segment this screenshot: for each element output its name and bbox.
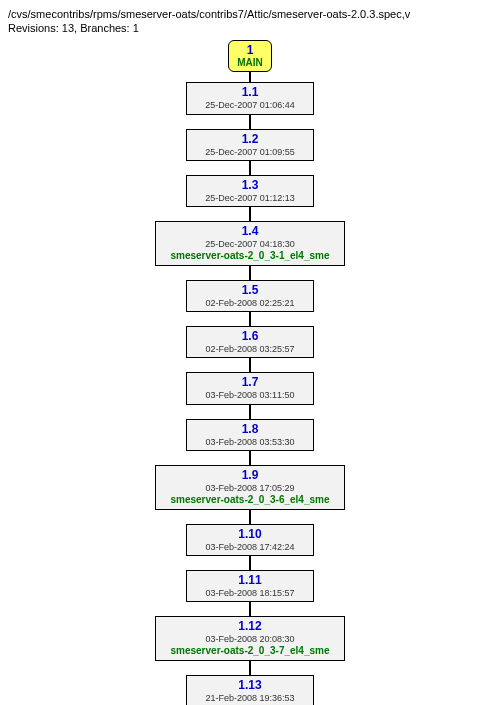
revision-version: 1.3 [195,178,305,193]
revision-version: 1.8 [195,422,305,437]
revision-version: 1.2 [195,132,305,147]
revision-node[interactable]: 1.12 03-Feb-2008 20:08:30 smeserver-oats… [155,616,345,661]
revision-version: 1.5 [195,283,305,298]
revision-version: 1.4 [164,224,336,239]
revision-version: 1.9 [164,468,336,483]
revision-tree: 1 MAIN 1.1 25-Dec-2007 01:06:44 1.2 25-D… [8,40,492,705]
branch-number: 1 [237,43,263,57]
connector [249,358,250,372]
revision-tag: smeserver-oats-2_0_3-1_el4_sme [164,250,336,263]
connector [249,161,250,175]
revision-version: 1.10 [195,527,305,542]
revision-timestamp: 03-Feb-2008 18:15:57 [195,588,305,599]
connector [249,266,250,280]
revision-node[interactable]: 1.13 21-Feb-2008 19:36:53 HEAD [186,675,314,705]
connector [249,661,250,675]
revision-node[interactable]: 1.7 03-Feb-2008 03:11:50 [186,372,314,404]
revision-timestamp: 25-Dec-2007 01:06:44 [195,100,305,111]
revision-timestamp: 03-Feb-2008 20:08:30 [164,634,336,645]
connector [249,405,250,419]
revision-timestamp: 25-Dec-2007 01:09:55 [195,147,305,158]
connector [249,72,250,82]
revision-timestamp: 25-Dec-2007 01:12:13 [195,193,305,204]
revision-node[interactable]: 1.10 03-Feb-2008 17:42:24 [186,524,314,556]
revision-tag: smeserver-oats-2_0_3-7_el4_sme [164,645,336,658]
file-path: /cvs/smecontribs/rpms/smeserver-oats/con… [8,8,492,20]
revision-version: 1.1 [195,85,305,100]
revision-tag: smeserver-oats-2_0_3-6_el4_sme [164,494,336,507]
revision-node[interactable]: 1.2 25-Dec-2007 01:09:55 [186,129,314,161]
revision-version: 1.7 [195,375,305,390]
connector [249,602,250,616]
revision-node[interactable]: 1.8 03-Feb-2008 03:53:30 [186,419,314,451]
revision-node[interactable]: 1.3 25-Dec-2007 01:12:13 [186,175,314,207]
connector [249,115,250,129]
revision-timestamp: 03-Feb-2008 17:05:29 [164,483,336,494]
branch-name: MAIN [237,57,263,69]
revision-timestamp: 03-Feb-2008 17:42:24 [195,542,305,553]
connector [249,312,250,326]
revision-timestamp: 03-Feb-2008 03:53:30 [195,437,305,448]
connector [249,556,250,570]
revision-timestamp: 03-Feb-2008 03:11:50 [195,390,305,401]
connector [249,510,250,524]
revision-timestamp: 02-Feb-2008 03:25:57 [195,344,305,355]
connector [249,451,250,465]
revision-timestamp: 21-Feb-2008 19:36:53 [195,693,305,704]
revision-node[interactable]: 1.11 03-Feb-2008 18:15:57 [186,570,314,602]
revision-node[interactable]: 1.6 02-Feb-2008 03:25:57 [186,326,314,358]
revision-version: 1.6 [195,329,305,344]
revision-version: 1.11 [195,573,305,588]
revision-timestamp: 02-Feb-2008 02:25:21 [195,298,305,309]
revision-version: 1.13 [195,678,305,693]
connector [249,207,250,221]
revision-node[interactable]: 1.9 03-Feb-2008 17:05:29 smeserver-oats-… [155,465,345,510]
revision-node[interactable]: 1.1 25-Dec-2007 01:06:44 [186,82,314,114]
revision-node[interactable]: 1.4 25-Dec-2007 04:18:30 smeserver-oats-… [155,221,345,266]
branch-node-main[interactable]: 1 MAIN [228,40,272,72]
revisions-summary: Revisions: 13, Branches: 1 [8,22,492,34]
revision-version: 1.12 [164,619,336,634]
revision-timestamp: 25-Dec-2007 04:18:30 [164,239,336,250]
revision-node[interactable]: 1.5 02-Feb-2008 02:25:21 [186,280,314,312]
